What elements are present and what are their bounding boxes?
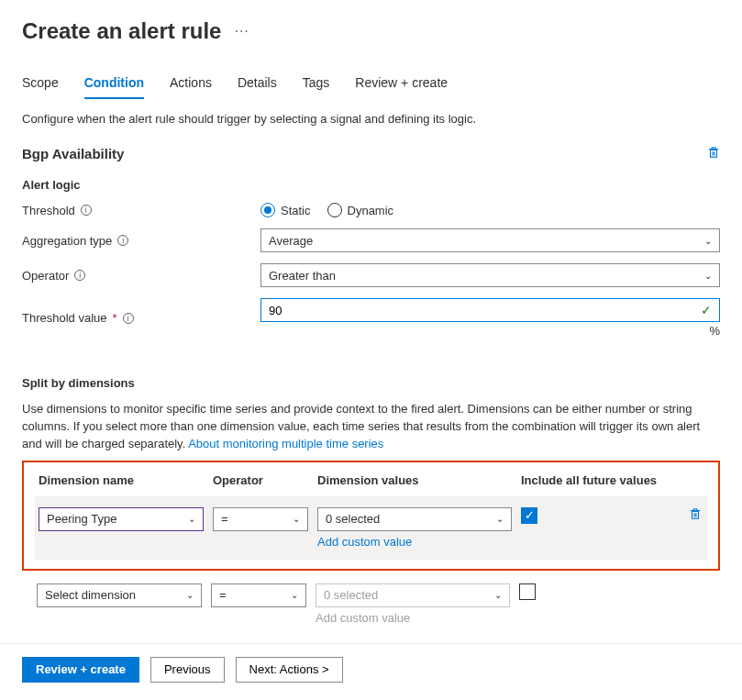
delete-dimension-icon[interactable] <box>689 507 702 523</box>
valid-checkmark-icon: ✓ <box>701 303 712 317</box>
alert-logic-heading: Alert logic <box>22 178 720 192</box>
threshold-label: Threshold <box>22 204 75 217</box>
include-future-checkbox[interactable] <box>519 583 536 600</box>
chevron-down-icon: ⌄ <box>704 271 712 281</box>
threshold-dynamic-radio[interactable]: Dynamic <box>327 203 394 217</box>
chevron-down-icon: ⌄ <box>188 514 195 524</box>
condition-description: Configure when the alert rule should tri… <box>22 112 720 126</box>
svg-rect-1 <box>692 511 699 518</box>
page-title: Create an alert rule <box>22 18 221 44</box>
split-heading: Split by dimensions <box>22 376 720 390</box>
dimension-name-value: Select dimension <box>45 588 136 602</box>
tab-condition[interactable]: Condition <box>84 70 144 99</box>
threshold-static-label: Static <box>281 204 311 217</box>
threshold-value-input[interactable]: ✓ <box>260 298 720 322</box>
aggregation-select[interactable]: Average ⌄ <box>260 228 720 252</box>
tab-scope[interactable]: Scope <box>22 70 59 97</box>
add-custom-value-link[interactable]: Add custom value <box>317 535 512 549</box>
dimension-operator-select[interactable]: = ⌄ <box>211 583 306 607</box>
tab-actions[interactable]: Actions <box>170 70 212 97</box>
tabs: Scope Condition Actions Details Tags Rev… <box>22 70 720 97</box>
dimension-name-select[interactable]: Select dimension ⌄ <box>37 583 202 607</box>
tab-review[interactable]: Review + create <box>355 70 448 97</box>
dim-header-val: Dimension values <box>317 473 521 487</box>
chevron-down-icon: ⌄ <box>291 590 298 600</box>
add-custom-value-link: Add custom value <box>316 611 510 625</box>
dimension-operator-value: = <box>221 512 228 526</box>
info-icon[interactable]: i <box>117 235 128 246</box>
include-future-checkbox[interactable]: ✓ <box>521 507 537 524</box>
threshold-value-field[interactable] <box>269 304 701 317</box>
operator-value: Greater than <box>269 269 336 283</box>
dim-header-op: Operator <box>213 473 317 487</box>
dimension-name-value: Peering Type <box>47 512 116 526</box>
threshold-static-radio[interactable]: Static <box>260 203 311 217</box>
chevron-down-icon: ⌄ <box>293 514 300 524</box>
dimension-values-select[interactable]: 0 selected ⌄ <box>316 583 510 607</box>
info-icon[interactable]: i <box>81 205 92 216</box>
footer-actions: Review + create Previous Next: Actions > <box>0 643 742 695</box>
chevron-down-icon: ⌄ <box>494 590 502 600</box>
dim-header-name: Dimension name <box>39 473 213 487</box>
next-button[interactable]: Next: Actions > <box>236 657 343 683</box>
operator-label: Operator <box>22 269 69 283</box>
dimension-values-value: 0 selected <box>326 512 380 526</box>
aggregation-value: Average <box>269 234 313 248</box>
info-icon[interactable]: i <box>123 313 134 324</box>
dimension-values-select[interactable]: 0 selected ⌄ <box>317 507 512 531</box>
review-create-button[interactable]: Review + create <box>22 657 139 683</box>
tab-tags[interactable]: Tags <box>303 70 330 97</box>
signal-name: Bgp Availability <box>22 146 124 161</box>
operator-select[interactable]: Greater than ⌄ <box>260 263 720 287</box>
split-doc-link[interactable]: About monitoring multiple time series <box>188 437 383 450</box>
threshold-value-label: Threshold value <box>22 311 107 325</box>
dimension-name-select[interactable]: Peering Type ⌄ <box>39 507 204 531</box>
aggregation-label: Aggregation type <box>22 234 112 248</box>
dimension-values-value: 0 selected <box>324 588 378 602</box>
dimension-operator-select[interactable]: = ⌄ <box>213 507 308 531</box>
threshold-dynamic-label: Dynamic <box>348 204 394 217</box>
chevron-down-icon: ⌄ <box>496 514 504 524</box>
dimension-row: Select dimension ⌄ = ⌄ 0 selected ⌄ Add … <box>22 576 720 625</box>
required-indicator: * <box>113 311 117 325</box>
chevron-down-icon: ⌄ <box>704 236 712 246</box>
chevron-down-icon: ⌄ <box>186 590 194 600</box>
previous-button[interactable]: Previous <box>150 657 225 683</box>
dim-header-future: Include all future values <box>521 473 703 487</box>
more-actions-icon[interactable]: ··· <box>234 23 249 39</box>
threshold-unit: % <box>260 324 720 338</box>
info-icon[interactable]: i <box>74 270 85 281</box>
svg-rect-0 <box>711 150 717 157</box>
tab-details[interactable]: Details <box>238 70 277 97</box>
split-description: Use dimensions to monitor specific time … <box>22 401 720 453</box>
delete-signal-icon[interactable] <box>707 146 720 161</box>
dimension-operator-value: = <box>219 588 227 602</box>
dimensions-highlight-box: Dimension name Operator Dimension values… <box>22 461 720 571</box>
dimension-row: Peering Type ⌄ = ⌄ 0 selected ⌄ Add cust… <box>35 496 707 560</box>
